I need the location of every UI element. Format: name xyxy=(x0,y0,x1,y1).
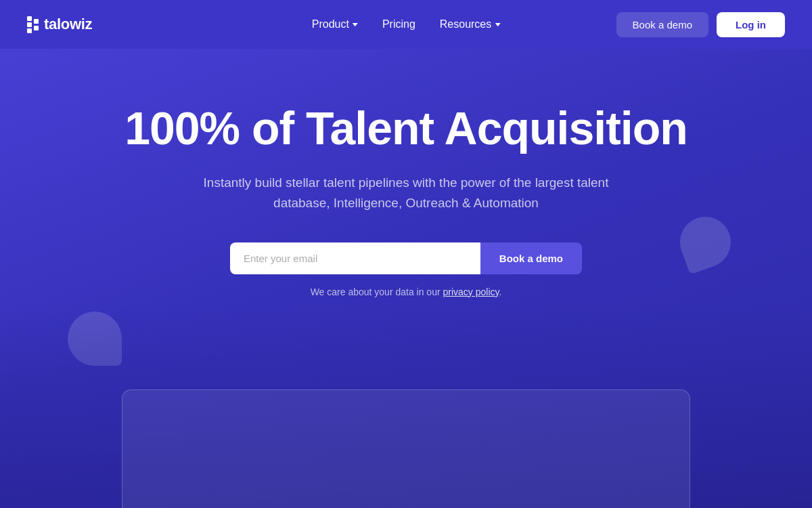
nav-pricing[interactable]: Pricing xyxy=(373,13,425,36)
login-button[interactable]: Log in xyxy=(717,12,785,37)
hero-section: 100% of Talent Acquisition Instantly bui… xyxy=(0,49,812,297)
logo-icon xyxy=(27,16,39,33)
privacy-note: We care about your data in our privacy p… xyxy=(311,287,502,297)
hero-title: 100% of Talent Acquisition xyxy=(125,103,687,154)
logo-text: talowiz xyxy=(44,16,92,33)
book-demo-nav-button[interactable]: Book a demo xyxy=(616,12,708,37)
email-input[interactable] xyxy=(230,242,480,274)
privacy-policy-link[interactable]: privacy policy xyxy=(443,287,499,297)
chevron-down-icon xyxy=(353,23,358,26)
book-demo-hero-button[interactable]: Book a demo xyxy=(480,242,582,274)
decorative-shape-left xyxy=(68,312,122,366)
email-form: Book a demo xyxy=(230,242,582,274)
nav-actions: Book a demo Log in xyxy=(616,12,785,37)
logo[interactable]: talowiz xyxy=(27,16,92,33)
hero-subtitle: Instantly build stellar talent pipelines… xyxy=(196,173,616,214)
nav-links: Product Pricing Resources xyxy=(302,13,510,36)
nav-resources[interactable]: Resources xyxy=(430,13,510,36)
nav-product[interactable]: Product xyxy=(302,13,367,36)
dashboard-preview xyxy=(122,389,690,508)
chevron-down-icon-resources xyxy=(495,23,500,26)
navbar: talowiz Product Pricing Resources Book a… xyxy=(0,0,812,49)
